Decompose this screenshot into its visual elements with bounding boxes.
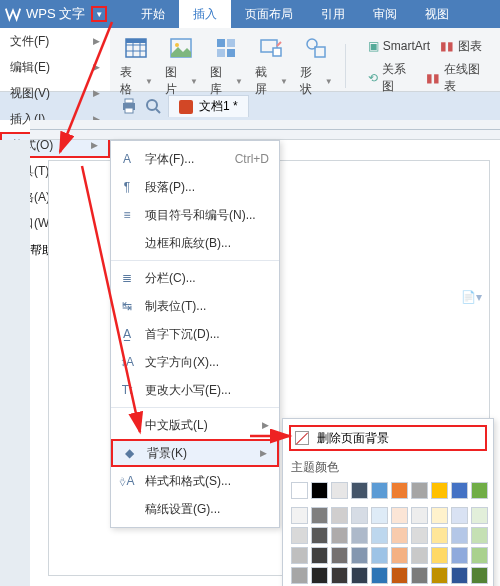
color-swatch[interactable] (351, 567, 368, 584)
color-swatch[interactable] (391, 547, 408, 564)
menu-item-2[interactable]: 视图(V)▶ (0, 80, 110, 106)
paste-options-icon[interactable]: 📄▾ (461, 290, 482, 304)
color-swatch[interactable] (431, 567, 448, 584)
submenu-item-5[interactable]: ≣分栏(C)... (111, 264, 279, 292)
color-swatch[interactable] (311, 567, 328, 584)
ribbon-表格[interactable]: 表格▼ (120, 34, 153, 98)
chevron-down-icon: ▼ (190, 77, 198, 86)
color-swatch[interactable] (371, 527, 388, 544)
relation-button[interactable]: ⟲关系图 (368, 61, 416, 95)
color-swatch[interactable] (451, 527, 468, 544)
color-swatch[interactable] (371, 547, 388, 564)
color-swatch[interactable] (471, 567, 488, 584)
remove-page-background[interactable]: 删除页面背景 (289, 425, 487, 451)
submenu-label: 首字下沉(D)... (145, 326, 220, 343)
color-swatch[interactable] (351, 527, 368, 544)
color-swatch[interactable] (471, 482, 488, 499)
submenu-item-7[interactable]: A̲首字下沉(D)... (111, 320, 279, 348)
color-swatch[interactable] (411, 567, 428, 584)
color-swatch[interactable] (291, 507, 308, 524)
color-swatch[interactable] (311, 482, 328, 499)
color-swatch[interactable] (411, 507, 428, 524)
color-swatch[interactable] (471, 507, 488, 524)
color-swatch[interactable] (431, 547, 448, 564)
submenu-item-13[interactable]: ⎀A样式和格式(S)... (111, 467, 279, 495)
ribbon-图库[interactable]: 图库▼ (210, 34, 243, 98)
color-swatch[interactable] (371, 482, 388, 499)
color-swatch[interactable] (471, 547, 488, 564)
submenu-item-12[interactable]: ◆背景(K)▶ (111, 439, 279, 467)
color-swatch[interactable] (331, 507, 348, 524)
color-swatch[interactable] (431, 527, 448, 544)
color-swatch[interactable] (351, 507, 368, 524)
preview-icon[interactable] (144, 97, 162, 115)
color-swatch[interactable] (471, 527, 488, 544)
color-swatch[interactable] (331, 527, 348, 544)
ribbon-tab-2[interactable]: 页面布局 (231, 0, 307, 28)
submenu-item-9[interactable]: Tt更改大小写(E)... (111, 376, 279, 404)
svg-rect-16 (125, 99, 133, 103)
theme-colors-header: 主题颜色 (291, 459, 485, 476)
submenu-hotkey: Ctrl+D (235, 152, 269, 166)
color-swatch[interactable] (411, 527, 428, 544)
horizontal-ruler[interactable] (30, 120, 500, 140)
ribbon-形状[interactable]: 形状▼ (300, 34, 333, 98)
menu-item-0[interactable]: 文件(F)▶ (0, 28, 110, 54)
color-swatch[interactable] (391, 507, 408, 524)
color-swatch[interactable] (451, 507, 468, 524)
submenu-item-0[interactable]: A字体(F)...Ctrl+D (111, 145, 279, 173)
submenu-item-3[interactable]: 边框和底纹(B)... (111, 229, 279, 257)
submenu-icon: Tt (119, 383, 135, 397)
smartart-icon: ▣ (368, 39, 379, 53)
color-swatch[interactable] (291, 547, 308, 564)
ribbon-tab-5[interactable]: 视图 (411, 0, 463, 28)
online-chart-button[interactable]: ▮▮在线图表 (426, 61, 490, 95)
color-swatch[interactable] (291, 482, 308, 499)
ribbon-图片[interactable]: 图片▼ (165, 34, 198, 98)
submenu-icon: ≡ (119, 208, 135, 222)
submenu-item-8[interactable]: ↕A文字方向(X)... (111, 348, 279, 376)
color-swatch[interactable] (371, 567, 388, 584)
color-swatch[interactable] (311, 507, 328, 524)
submenu-item-6[interactable]: ↹制表位(T)... (111, 292, 279, 320)
color-swatch[interactable] (451, 482, 468, 499)
menu-item-1[interactable]: 编辑(E)▶ (0, 54, 110, 80)
chart-button[interactable]: ▮▮图表 (440, 38, 482, 55)
app-title: WPS 文字 (26, 5, 85, 23)
ribbon-截屏[interactable]: 截屏▼ (255, 34, 288, 98)
color-swatch[interactable] (291, 567, 308, 584)
color-swatch[interactable] (431, 507, 448, 524)
quick-access-dropdown[interactable]: ▼ (91, 6, 107, 22)
submenu-item-11[interactable]: 中文版式(L)▶ (111, 411, 279, 439)
submenu-item-1[interactable]: ¶段落(P)... (111, 173, 279, 201)
menu-item-label: 视图(V) (10, 85, 50, 102)
color-swatch[interactable] (431, 482, 448, 499)
vertical-ruler[interactable] (0, 140, 30, 586)
smartart-button[interactable]: ▣SmartArt (368, 38, 430, 55)
svg-rect-10 (217, 49, 225, 57)
color-swatch[interactable] (371, 507, 388, 524)
color-swatch[interactable] (351, 482, 368, 499)
color-swatch[interactable] (311, 547, 328, 564)
ribbon-tab-4[interactable]: 审阅 (359, 0, 411, 28)
color-swatch[interactable] (391, 567, 408, 584)
color-swatch[interactable] (451, 567, 468, 584)
color-swatch[interactable] (331, 567, 348, 584)
ribbon-tab-0[interactable]: 开始 (127, 0, 179, 28)
submenu-item-2[interactable]: ≡项目符号和编号(N)... (111, 201, 279, 229)
color-swatch[interactable] (391, 482, 408, 499)
ribbon-tab-3[interactable]: 引用 (307, 0, 359, 28)
color-swatch[interactable] (411, 482, 428, 499)
color-swatch[interactable] (291, 527, 308, 544)
color-swatch[interactable] (311, 527, 328, 544)
color-swatch[interactable] (351, 547, 368, 564)
color-swatch[interactable] (331, 547, 348, 564)
print-icon[interactable] (120, 97, 138, 115)
color-swatch[interactable] (331, 482, 348, 499)
submenu-item-14[interactable]: 稿纸设置(G)... (111, 495, 279, 523)
document-tab[interactable]: 文档1 * (168, 95, 249, 117)
color-swatch[interactable] (391, 527, 408, 544)
ribbon-tab-1[interactable]: 插入 (179, 0, 231, 28)
color-swatch[interactable] (451, 547, 468, 564)
color-swatch[interactable] (411, 547, 428, 564)
